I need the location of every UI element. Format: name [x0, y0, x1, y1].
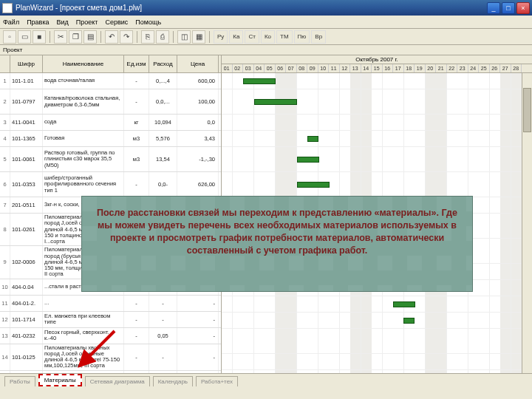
cell-unit: - [124, 172, 149, 197]
tab-network-diagram[interactable]: Сетевая диаграмма [85, 376, 150, 386]
menu-help[interactable]: Помощь [135, 18, 161, 26]
tool-chart2-icon[interactable]: ▦ [192, 30, 205, 44]
th-price[interactable]: Цена [177, 55, 219, 72]
toolbar-divider [173, 31, 174, 43]
table-row[interactable]: 3411-0041содакг10,0940,0 [0, 115, 221, 131]
tool-txt-4[interactable]: ТМ [276, 30, 293, 44]
gantt-day: 10 [318, 64, 330, 72]
tool-redo-icon[interactable]: ↷ [120, 30, 133, 44]
tool-txt-1[interactable]: Ка [229, 30, 243, 44]
cell-num: 13 [0, 328, 10, 344]
cell-price: 0,0 [177, 115, 219, 130]
th-num[interactable] [0, 55, 10, 72]
tool-txt-0[interactable]: Ру [214, 30, 228, 44]
table-row[interactable]: 6101-0353шибер/строганный профилированно… [0, 172, 221, 197]
th-unit[interactable]: Ед.изм [124, 55, 149, 72]
gantt-day: 23 [457, 64, 468, 72]
gantt-day: 16 [383, 64, 394, 72]
gantt-day: 06 [276, 64, 287, 72]
tool-open-icon[interactable]: ▭ [18, 30, 31, 44]
gantt-row [222, 115, 532, 131]
cell-unit: - [124, 73, 149, 89]
tool-chart1-icon[interactable]: ◫ [177, 30, 191, 44]
gantt-day: 18 [404, 64, 415, 72]
tab-calendar[interactable]: Календарь [153, 376, 193, 386]
cell-code: 101-1365 [10, 131, 43, 146]
gantt-day: 08 [297, 64, 308, 72]
tab-work-tech[interactable]: Работа+тех [196, 376, 238, 386]
gantt-row [222, 354, 532, 370]
cell-unit: - [124, 312, 149, 327]
gantt-day: 27 [500, 64, 511, 72]
gantt-row [222, 313, 532, 329]
tool-paste-icon[interactable]: ▤ [83, 30, 97, 44]
cell-qty: - [149, 312, 177, 327]
tool-txt-6[interactable]: Вр [311, 30, 326, 44]
minimize-button[interactable]: _ [487, 2, 500, 14]
gantt-bar[interactable] [243, 78, 276, 84]
cell-qty: 0,0- [149, 172, 177, 197]
th-name[interactable]: Наименование [43, 55, 124, 72]
gantt-day: 12 [340, 64, 351, 72]
vertical-scrollbar[interactable] [522, 73, 532, 373]
cell-num: 2 [0, 89, 10, 114]
gantt-row [222, 73, 532, 89]
th-code[interactable]: Шифр [10, 55, 43, 72]
table-row[interactable]: 13401-0232Пеcок горный, сверхконт. к.-40… [0, 328, 221, 344]
tool-txt-3[interactable]: Ко [261, 30, 275, 44]
tool-copy-icon[interactable]: ❐ [69, 30, 82, 44]
cell-qty: 5,576 [149, 131, 177, 146]
table-row[interactable]: 5101-0061Раствор готовый, группа по глин… [0, 147, 221, 172]
tab-materials[interactable]: Материалы [38, 374, 82, 386]
scrollbar-thumb[interactable] [523, 88, 531, 132]
gantt-bar[interactable] [297, 182, 330, 188]
tool-save-icon[interactable]: ■ [33, 30, 46, 44]
cell-unit: - [124, 344, 149, 370]
cell-num: 12 [0, 312, 10, 327]
gantt-bar[interactable] [393, 301, 415, 307]
cell-unit: - [124, 296, 149, 311]
cell-num: 14 [0, 344, 10, 370]
cell-code: 101-0353 [10, 172, 43, 197]
th-qty[interactable]: Расход [149, 55, 177, 72]
menu-file[interactable]: Файл [3, 18, 19, 26]
cell-name: сода [43, 115, 124, 130]
cell-code: 101-1.01 [10, 73, 43, 89]
table-row[interactable]: 1101-1.01вода сточная/талая-0,...,4600,0… [0, 73, 221, 89]
menu-project[interactable]: Проект [76, 18, 98, 26]
table-row[interactable]: 12101-1714Ел. манжета при клеевом типе--… [0, 312, 221, 328]
tool-new-icon[interactable]: ▫ [3, 30, 16, 44]
cell-name: шибер/строганный профилированного сечени… [43, 172, 124, 197]
gantt-month-header: Октябрь 2007 г. [222, 55, 532, 64]
menu-view[interactable]: Вид [57, 18, 69, 26]
table-row[interactable]: 11404-01-2....--- [0, 296, 221, 312]
menu-service[interactable]: Сервис [106, 18, 129, 26]
tool-print-icon[interactable]: ⎙ [156, 30, 169, 44]
gantt-row [222, 131, 532, 147]
table-row[interactable]: 2101-0797Катанка/проволока стальная, диа… [0, 89, 221, 115]
tool-undo-icon[interactable]: ↶ [105, 30, 118, 44]
table-row[interactable]: 4101-1365Готоваям35,5763,43 [0, 131, 221, 147]
cell-qty: 0,0,... [149, 89, 177, 114]
gantt-row [222, 172, 532, 197]
table-header: Шифр Наименование Ед.изм Расход Цена [0, 55, 221, 73]
tool-txt-2[interactable]: Ст [245, 30, 259, 44]
gantt-bar[interactable] [307, 136, 318, 142]
cell-code: 101-0261 [10, 214, 43, 245]
tab-works[interactable]: Работы [4, 376, 35, 386]
gantt-bar[interactable] [254, 99, 297, 105]
gantt-bar[interactable] [297, 157, 319, 163]
tool-link-icon[interactable]: ⎘ [141, 30, 154, 44]
tool-txt-5[interactable]: Пю [294, 30, 310, 44]
title-bar: PlanWizard - [проект смета дом1.plw] _ □… [0, 0, 532, 16]
toolbar-divider [137, 31, 137, 43]
tutorial-overlay: После расстановки связей мы переходим к … [81, 196, 473, 292]
maximize-button[interactable]: □ [502, 2, 515, 14]
close-button[interactable]: × [516, 2, 530, 14]
tool-cut-icon[interactable]: ✂ [54, 30, 67, 44]
gantt-bar[interactable] [403, 318, 415, 324]
cell-code: 411-0041 [10, 115, 43, 130]
gantt-day: 28 [511, 64, 522, 72]
menu-edit[interactable]: Правка [27, 18, 49, 26]
table-row[interactable]: 14101-0125Пиломатериалы хвойных пород J,… [0, 344, 221, 371]
